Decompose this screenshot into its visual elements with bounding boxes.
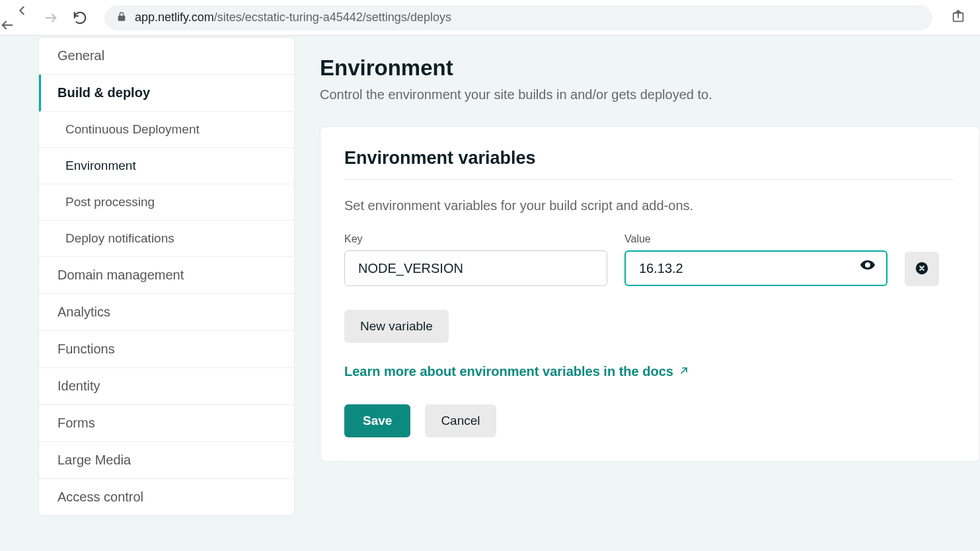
sidebar-item-deploy-notifications[interactable]: Deploy notifications [39,221,294,257]
save-button[interactable]: Save [344,404,410,437]
close-circle-icon [915,261,929,277]
reload-icon[interactable] [73,11,87,25]
env-vars-card: Environment variables Set environment va… [320,126,980,462]
docs-link-text: Learn more about environment variables i… [344,364,673,379]
sidebar-item-continuous-deployment[interactable]: Continuous Deployment [39,112,294,148]
value-input[interactable] [624,250,887,286]
back-icon[interactable] [15,3,29,32]
sidebar-item-large-media[interactable]: Large Media [39,442,294,479]
env-var-row: Key Value [344,233,956,286]
browser-bar: app.netlify.com/sites/ecstatic-turing-a4… [0,0,980,36]
docs-link[interactable]: Learn more about environment variables i… [344,364,689,379]
settings-sidebar: General Build & deploy Continuous Deploy… [0,36,295,551]
action-row: Save Cancel [344,404,956,437]
value-label: Value [624,233,887,245]
sidebar-item-access-control[interactable]: Access control [39,479,294,515]
sidebar-item-analytics[interactable]: Analytics [39,294,294,331]
lock-icon [116,11,127,24]
sidebar-card: General Build & deploy Continuous Deploy… [38,37,295,516]
eye-icon[interactable] [860,257,876,276]
delete-var-button[interactable] [905,252,939,286]
external-link-icon [679,364,689,379]
address-bar[interactable]: app.netlify.com/sites/ecstatic-turing-a4… [104,5,932,30]
card-description: Set environment variables for your build… [344,198,956,213]
cancel-button[interactable]: Cancel [425,404,496,437]
url-text: app.netlify.com/sites/ecstatic-turing-a4… [135,11,451,24]
sidebar-item-identity[interactable]: Identity [39,368,294,405]
browser-nav-arrows [8,3,87,32]
main-content: Environment Control the environment your… [295,36,980,551]
sidebar-item-forms[interactable]: Forms [39,405,294,442]
card-title: Environment variables [344,148,956,180]
page-subtitle: Control the environment your site builds… [320,87,980,102]
value-field: Value [624,233,887,286]
key-field: Key [344,233,607,286]
svg-line-5 [681,368,687,373]
sidebar-item-post-processing[interactable]: Post processing [39,184,294,221]
forward-icon[interactable] [44,11,58,25]
sidebar-item-general[interactable]: General [39,38,294,75]
new-variable-button[interactable]: New variable [344,310,449,343]
page-body: General Build & deploy Continuous Deploy… [0,36,980,551]
page-title: Environment [320,55,980,81]
key-input[interactable] [344,250,607,286]
share-icon[interactable] [944,9,972,26]
sidebar-item-build-deploy[interactable]: Build & deploy [39,75,294,112]
sidebar-item-domain-management[interactable]: Domain management [39,257,294,294]
sidebar-item-environment[interactable]: Environment [39,148,294,184]
sidebar-item-functions[interactable]: Functions [39,331,294,368]
key-label: Key [344,233,607,245]
